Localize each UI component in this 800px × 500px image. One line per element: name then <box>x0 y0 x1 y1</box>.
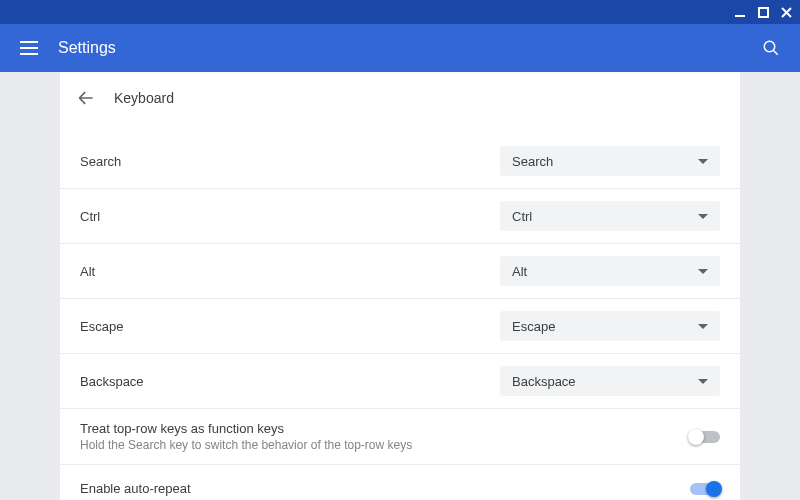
window-titlebar <box>0 0 800 24</box>
card-header: Keyboard <box>60 72 740 124</box>
dropdown-value: Alt <box>512 264 527 279</box>
menu-button[interactable] <box>20 41 38 55</box>
minimize-button[interactable] <box>734 6 746 18</box>
dropdown-value: Search <box>512 154 553 169</box>
keymap-dropdown-backspace[interactable]: Backspace <box>500 366 720 396</box>
top-row-keys-row: Treat top-row keys as function keys Hold… <box>60 408 740 464</box>
close-button[interactable] <box>781 7 792 18</box>
maximize-icon <box>758 7 769 18</box>
keymap-row-ctrl: Ctrl Ctrl <box>60 188 740 243</box>
top-row-label-block: Treat top-row keys as function keys Hold… <box>80 421 690 452</box>
page-body: Keyboard Search Search Ctrl Ctrl <box>0 72 800 500</box>
keymap-row-search: Search Search <box>60 134 740 188</box>
settings-card: Keyboard Search Search Ctrl Ctrl <box>60 72 740 500</box>
keymap-label: Ctrl <box>80 209 500 224</box>
keymap-label: Search <box>80 154 500 169</box>
keymap-label: Backspace <box>80 374 500 389</box>
chevron-down-icon <box>698 159 708 164</box>
svg-rect-0 <box>735 15 745 17</box>
auto-repeat-row: Enable auto-repeat <box>60 464 740 500</box>
keymap-row-backspace: Backspace Backspace <box>60 353 740 408</box>
page-title: Keyboard <box>114 90 174 106</box>
app-title: Settings <box>58 39 762 57</box>
keymap-dropdown-alt[interactable]: Alt <box>500 256 720 286</box>
keymap-dropdown-escape[interactable]: Escape <box>500 311 720 341</box>
app-bar: Settings <box>0 24 800 72</box>
keymap-row-alt: Alt Alt <box>60 243 740 298</box>
top-row-label: Treat top-row keys as function keys <box>80 421 690 436</box>
svg-line-3 <box>773 50 778 55</box>
keymap-dropdown-ctrl[interactable]: Ctrl <box>500 201 720 231</box>
svg-rect-1 <box>759 8 768 17</box>
top-row-sublabel: Hold the Search key to switch the behavi… <box>80 438 690 452</box>
close-icon <box>781 7 792 18</box>
settings-list: Search Search Ctrl Ctrl Alt Alt <box>60 134 740 500</box>
chevron-down-icon <box>698 324 708 329</box>
keymap-dropdown-search[interactable]: Search <box>500 146 720 176</box>
chevron-down-icon <box>698 379 708 384</box>
dropdown-value: Backspace <box>512 374 576 389</box>
svg-point-2 <box>764 41 775 52</box>
chevron-down-icon <box>698 214 708 219</box>
auto-repeat-toggle[interactable] <box>690 483 720 495</box>
keymap-row-escape: Escape Escape <box>60 298 740 353</box>
auto-repeat-label: Enable auto-repeat <box>80 481 690 496</box>
back-button[interactable] <box>76 88 96 108</box>
search-icon[interactable] <box>762 39 780 57</box>
maximize-button[interactable] <box>758 7 769 18</box>
keymap-label: Escape <box>80 319 500 334</box>
minimize-icon <box>734 6 746 18</box>
top-row-toggle[interactable] <box>690 431 720 443</box>
dropdown-value: Ctrl <box>512 209 532 224</box>
chevron-down-icon <box>698 269 708 274</box>
keymap-label: Alt <box>80 264 500 279</box>
dropdown-value: Escape <box>512 319 555 334</box>
